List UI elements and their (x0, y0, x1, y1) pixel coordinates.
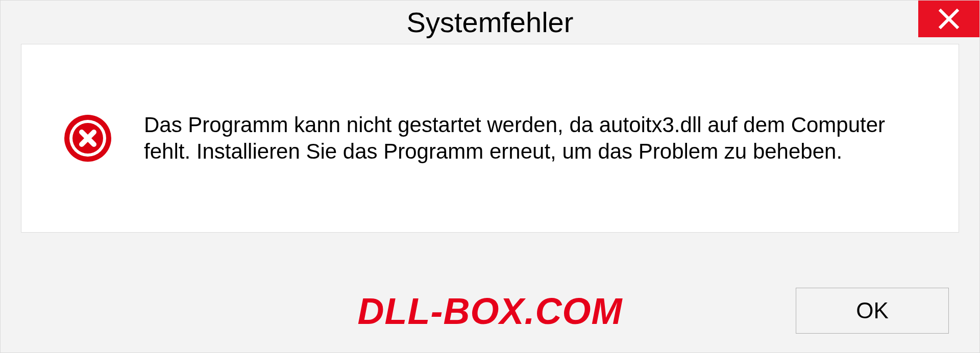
titlebar: Systemfehler (1, 1, 979, 44)
dialog-footer: DLL-BOX.COM OK (1, 268, 979, 352)
watermark-text: DLL-BOX.COM (358, 290, 623, 332)
error-icon (62, 113, 113, 164)
content-panel: Das Programm kann nicht gestartet werden… (21, 44, 959, 233)
close-button[interactable] (918, 1, 979, 37)
error-message: Das Programm kann nicht gestartet werden… (144, 112, 928, 165)
error-dialog: Systemfehler Das Programm kann nicht ges… (0, 0, 980, 353)
close-icon (938, 8, 960, 30)
dialog-title: Systemfehler (407, 6, 574, 39)
ok-button[interactable]: OK (796, 288, 949, 334)
